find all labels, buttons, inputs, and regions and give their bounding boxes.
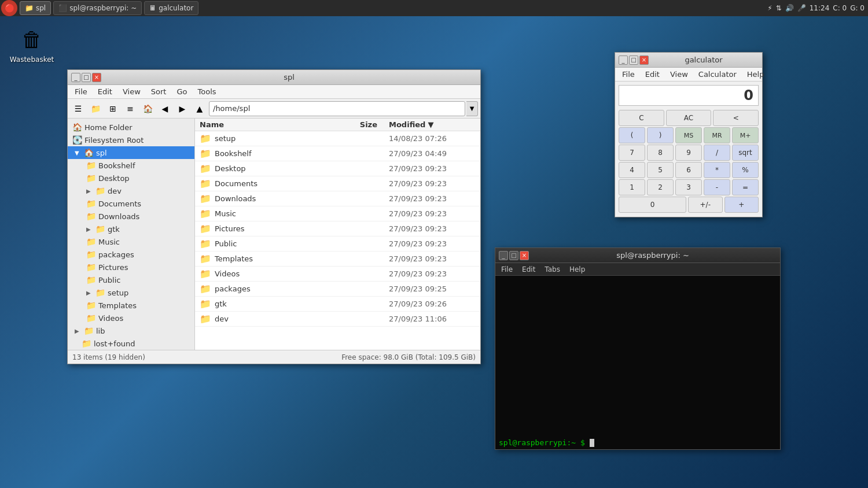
- calc-btn-6[interactable]: 6: [675, 162, 702, 178]
- calc-btn-close-paren[interactable]: ): [647, 127, 674, 143]
- table-row[interactable]: 📁 Public 27/09/23 09:23: [195, 236, 480, 252]
- sidebar-item-home-folder[interactable]: 🏠 Home Folder: [68, 121, 194, 134]
- calc-btn-2[interactable]: 2: [647, 179, 674, 195]
- term-menu-file[interactable]: File: [498, 265, 516, 274]
- calc-btn-0[interactable]: 0: [619, 197, 686, 213]
- menu-tools[interactable]: Tools: [193, 86, 221, 97]
- calc-btn-ms[interactable]: MS: [675, 127, 702, 143]
- table-row[interactable]: 📁 Videos 27/09/23 09:23: [195, 267, 480, 282]
- table-row[interactable]: 📁 Downloads 27/09/23 09:23: [195, 191, 480, 206]
- sidebar-item-packages[interactable]: 📁 packages: [68, 248, 194, 261]
- home-button[interactable]: 🏠: [139, 101, 156, 117]
- calc-btn-mplus[interactable]: M+: [732, 127, 759, 143]
- sidebar-item-dev[interactable]: ▶ 📁 dev: [68, 184, 194, 197]
- calc-menu-edit[interactable]: Edit: [641, 69, 664, 80]
- calc-btn-divide[interactable]: /: [704, 145, 730, 161]
- up-button[interactable]: ▲: [192, 101, 208, 117]
- calc-minimize-button[interactable]: _: [619, 56, 628, 65]
- calc-menu-help[interactable]: Help: [742, 69, 769, 80]
- terminal-close-button[interactable]: ×: [520, 251, 529, 260]
- list-view-button[interactable]: ≡: [122, 101, 138, 117]
- calc-maximize-button[interactable]: □: [629, 56, 638, 65]
- calc-btn-backspace[interactable]: <: [713, 110, 759, 126]
- calc-btn-negate[interactable]: +/-: [688, 197, 723, 213]
- table-row[interactable]: 📁 Bookshelf 27/09/23 04:49: [195, 146, 480, 161]
- back-button[interactable]: ◀: [157, 101, 173, 117]
- sidebar-item-templates[interactable]: 📁 Templates: [68, 299, 194, 312]
- term-menu-help[interactable]: Help: [566, 265, 589, 274]
- table-row[interactable]: 📁 Desktop 27/09/23 09:23: [195, 161, 480, 176]
- menu-go[interactable]: Go: [172, 86, 192, 97]
- calc-btn-plus[interactable]: +: [724, 197, 759, 213]
- desktop-icon-wastebasket[interactable]: 🗑 Wastebasket: [12, 25, 52, 64]
- file-manager-minimize-button[interactable]: _: [71, 73, 80, 82]
- file-manager-close-button[interactable]: ×: [92, 73, 101, 82]
- terminal-maximize-button[interactable]: □: [509, 251, 518, 260]
- terminal-body[interactable]: spl@raspberrypi:~ $: [495, 276, 780, 449]
- calc-btn-4[interactable]: 4: [619, 162, 645, 178]
- table-row[interactable]: 📁 setup 14/08/23 07:26: [195, 131, 480, 146]
- sidebar-item-public[interactable]: 📁 Public: [68, 273, 194, 286]
- calc-btn-multiply[interactable]: *: [704, 162, 730, 178]
- taskbar-terminal-button[interactable]: ⬛ spl@raspberrypi: ~: [53, 1, 142, 15]
- calc-btn-mr[interactable]: MR: [704, 127, 730, 143]
- calc-btn-3[interactable]: 3: [675, 179, 702, 195]
- sidebar-item-bookshelf[interactable]: 📁 Bookshelf: [68, 159, 194, 172]
- menu-edit[interactable]: Edit: [93, 86, 117, 97]
- menu-sort[interactable]: Sort: [146, 86, 171, 97]
- calc-btn-minus[interactable]: -: [704, 179, 730, 195]
- sidebar-item-music[interactable]: 📁 Music: [68, 235, 194, 248]
- calc-btn-5[interactable]: 5: [647, 162, 674, 178]
- sidebar-item-pictures[interactable]: 📁 Pictures: [68, 261, 194, 273]
- file-manager-maximize-button[interactable]: □: [82, 73, 91, 82]
- calc-menu-view[interactable]: View: [665, 69, 693, 80]
- sidebar-item-documents[interactable]: 📁 Documents: [68, 197, 194, 210]
- calc-btn-c[interactable]: C: [619, 110, 664, 126]
- table-row[interactable]: 📁 Pictures 27/09/23 09:23: [195, 221, 480, 236]
- table-row[interactable]: 📁 Documents 27/09/23 09:23: [195, 176, 480, 191]
- table-row[interactable]: 📁 Templates 27/09/23 09:23: [195, 252, 480, 267]
- menu-view[interactable]: View: [118, 86, 145, 97]
- terminal-minimize-button[interactable]: _: [499, 251, 508, 260]
- app-menu-button[interactable]: 🔴: [1, 0, 17, 16]
- header-size[interactable]: Size: [343, 120, 389, 129]
- table-row[interactable]: 📁 Music 27/09/23 09:23: [195, 206, 480, 221]
- calc-btn-sqrt[interactable]: sqrt: [732, 145, 759, 161]
- calc-menu-file[interactable]: File: [617, 69, 639, 80]
- path-bar[interactable]: /home/spl: [209, 101, 465, 116]
- calc-btn-8[interactable]: 8: [647, 145, 674, 161]
- sidebar-item-lib[interactable]: ▶ 📁 lib: [68, 324, 194, 337]
- forward-button[interactable]: ▶: [174, 101, 190, 117]
- table-row[interactable]: 📁 gtk 27/09/23 09:26: [195, 297, 480, 312]
- parent-folder-button[interactable]: 📁: [87, 101, 104, 117]
- sidebar-item-gtk[interactable]: ▶ 📁 gtk: [68, 223, 194, 235]
- taskbar-calc-button[interactable]: 🖩 galculator: [144, 1, 198, 15]
- calc-btn-7[interactable]: 7: [619, 145, 645, 161]
- header-modified[interactable]: Modified ▼: [389, 120, 476, 129]
- sidebar-item-videos[interactable]: 📁 Videos: [68, 312, 194, 324]
- calc-btn-9[interactable]: 9: [675, 145, 702, 161]
- calc-btn-ac[interactable]: AC: [666, 110, 712, 126]
- table-row[interactable]: 📁 packages 27/09/23 09:25: [195, 282, 480, 297]
- calc-btn-percent[interactable]: %: [732, 162, 759, 178]
- header-name[interactable]: Name: [200, 120, 343, 129]
- calc-btn-open-paren[interactable]: (: [619, 127, 645, 143]
- path-dropdown-button[interactable]: ▼: [466, 101, 478, 116]
- taskbar-files-button[interactable]: 📁 spl: [20, 1, 51, 15]
- table-row[interactable]: 📁 dev 27/09/23 11:06: [195, 312, 480, 327]
- sidebar-item-desktop[interactable]: 📁 Desktop: [68, 172, 194, 184]
- calc-close-button[interactable]: ×: [639, 56, 649, 65]
- menu-file[interactable]: File: [70, 86, 92, 97]
- sidebar-item-lost-found[interactable]: 📁 lost+found: [68, 337, 194, 350]
- sidebar-item-filesystem-root[interactable]: 💽 Filesystem Root: [68, 134, 194, 146]
- sidebar-toggle-button[interactable]: ☰: [70, 101, 86, 117]
- sidebar-item-spl[interactable]: ▼ 🏠 spl: [68, 146, 194, 159]
- compact-view-button[interactable]: ⊞: [105, 101, 121, 117]
- term-menu-tabs[interactable]: Tabs: [541, 265, 564, 274]
- sidebar-item-downloads[interactable]: 📁 Downloads: [68, 210, 194, 223]
- calc-btn-1[interactable]: 1: [619, 179, 645, 195]
- calc-menu-calculator[interactable]: Calculator: [694, 69, 741, 80]
- term-menu-edit[interactable]: Edit: [518, 265, 539, 274]
- sidebar-item-setup[interactable]: ▶ 📁 setup: [68, 286, 194, 299]
- calc-btn-equals-right[interactable]: =: [732, 179, 759, 195]
